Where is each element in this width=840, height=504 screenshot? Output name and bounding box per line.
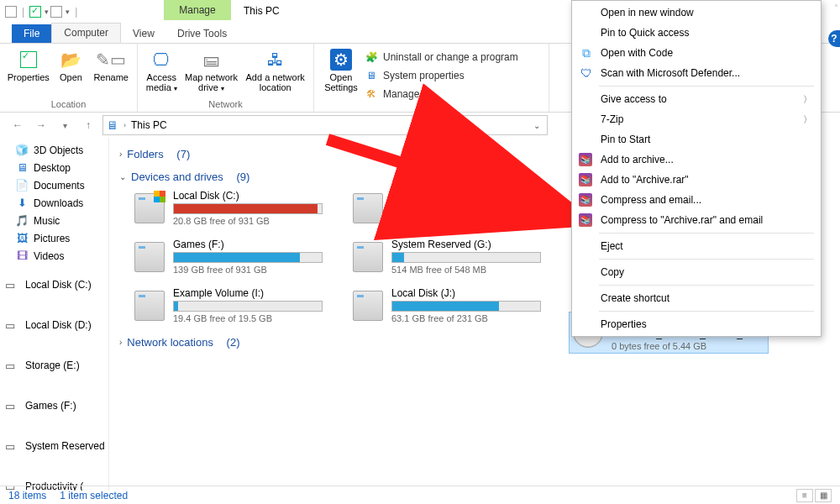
context-item-label: Open with Code <box>601 47 673 59</box>
drive-tile[interactable]: Example Volume (I:) 19.4 GB free of 19.5… <box>131 286 326 326</box>
drive-tile[interactable]: Games (F:) 139 GB free of 931 GB <box>131 237 326 277</box>
drive-free-text: 63.1 GB free of 231 GB <box>391 313 541 323</box>
tab-view[interactable]: View <box>121 24 166 43</box>
drive-tile[interactable]: Local Disk (J:) 63.1 GB free of 231 GB <box>349 286 544 326</box>
ribbon-add-netloc-button[interactable]: 🖧 Add a network location <box>242 47 308 92</box>
context-item-label: Copy <box>601 266 624 278</box>
sidebar-item[interactable]: ⬇Downloads <box>0 194 108 212</box>
sidebar-item[interactable]: 🧊3D Objects <box>0 141 108 159</box>
ribbon-properties-button[interactable]: Properties <box>5 47 52 82</box>
context-item-label: Scan with Microsoft Defender... <box>601 67 740 79</box>
drive-usage-bar <box>173 203 323 214</box>
context-item[interactable]: 🛡Scan with Microsoft Defender... <box>574 63 819 83</box>
sidebar-item[interactable]: 🎵Music <box>0 212 108 229</box>
context-item[interactable]: Properties <box>574 314 819 334</box>
sidebar-item[interactable]: 🖥Desktop <box>0 159 108 176</box>
ribbon-access-media-button[interactable]: 🖵 Access media ▾ <box>143 47 181 93</box>
help-icon[interactable]: ? <box>828 30 840 47</box>
sidebar-item[interactable]: ▭Games (F:) <box>0 386 109 426</box>
sidebar-item-label: Documents <box>34 180 85 192</box>
sidebar-item[interactable]: ▭Local Disk (D:) <box>0 305 109 345</box>
sidebar-item-label: Local Disk (C:) <box>25 279 92 291</box>
status-bar: 18 items 1 item selected ≡ ▦ <box>0 486 840 504</box>
address-dropdown-icon[interactable]: ⌄ <box>533 121 543 130</box>
tab-file[interactable]: File <box>12 24 51 43</box>
dvd-free-text: 0 bytes free of 5.44 GB <box>612 341 764 351</box>
tab-computer[interactable]: Computer <box>51 23 121 43</box>
sidebar-item[interactable]: 🎞Videos <box>0 247 108 265</box>
sidebar-item-icon: 📄 <box>15 179 29 192</box>
ribbon-group-location: Location <box>5 98 132 110</box>
drive-free-text: 19.4 GB free of 19.5 GB <box>173 313 323 323</box>
nav-up-icon[interactable]: ↑ <box>79 116 97 134</box>
context-item[interactable]: 📚Compress to "Archive.rar" and email <box>574 210 819 230</box>
sidebar-item-icon: 🧊 <box>15 144 29 156</box>
sidebar-item-icon: 🖥 <box>15 161 29 174</box>
context-item-label: Eject <box>601 240 623 252</box>
context-item[interactable]: Create shortcut <box>574 288 819 308</box>
status-selected: 1 item selected <box>60 490 128 501</box>
nav-history-icon[interactable]: ▾ <box>55 116 74 134</box>
ribbon-group-network: Network <box>143 98 308 110</box>
context-item[interactable]: Give access to〉 <box>574 89 819 109</box>
context-item[interactable]: 📚Compress and email... <box>574 190 819 210</box>
drive-usage-bar <box>391 203 541 214</box>
ribbon-uninstall-button[interactable]: 🧩Uninstall or change a program <box>365 49 518 66</box>
qat-newfolder-icon[interactable] <box>50 6 62 18</box>
address-bar[interactable]: 🖥 › This PC ⌄ <box>102 115 548 135</box>
context-item[interactable]: Open in new window <box>574 3 819 23</box>
ribbon-open-settings-button[interactable]: ⚙ Open Settings <box>319 47 363 92</box>
context-item-label: Compress to "Archive.rar" and email <box>601 214 763 226</box>
sidebar-item[interactable]: ▭System Reserved <box>0 426 109 466</box>
drive-title: Local Disk (J:) <box>391 287 541 299</box>
qat-properties-icon[interactable] <box>29 6 41 18</box>
context-item[interactable]: 📚Add to archive... <box>574 150 819 170</box>
view-details-icon[interactable]: ≡ <box>796 489 813 502</box>
qat-app-icon[interactable] <box>5 6 17 18</box>
context-separator <box>599 259 814 260</box>
sidebar-item-label: Downloads <box>34 197 83 209</box>
ribbon-manage-button[interactable]: 🛠Manage <box>365 86 518 102</box>
context-menu: Open in new windowPin to Quick access⧉Op… <box>571 0 822 337</box>
ribbon-open-button[interactable]: 📂 Open <box>54 47 89 82</box>
sidebar-item[interactable]: ▭Storage (E:) <box>0 345 109 386</box>
context-item-label: Pin to Quick access <box>601 27 689 39</box>
nav-forward-icon[interactable]: → <box>32 116 50 134</box>
sidebar-item-label: 3D Objects <box>34 144 83 156</box>
context-item[interactable]: 📚Add to "Archive.rar" <box>574 170 819 190</box>
sidebar-item[interactable]: ▭Local Disk (C:) <box>0 265 109 305</box>
drive-icon <box>134 291 165 321</box>
thispc-icon: 🖥 <box>107 118 118 132</box>
context-item-label: Pin to Start <box>601 134 650 145</box>
drive-icon <box>134 193 165 223</box>
tab-drive-tools[interactable]: Drive Tools <box>165 24 239 43</box>
ribbon-group-system: System <box>319 102 543 114</box>
drive-tile[interactable]: Local Disk (D:) 511 MB free of 511 MB <box>349 188 544 228</box>
view-icons-icon[interactable]: ▦ <box>815 489 832 502</box>
window-title: This PC <box>244 5 280 17</box>
context-item-label: Properties <box>601 318 647 330</box>
sidebar-item-label: Music <box>34 215 60 227</box>
sidebar-item-icon: ▭ <box>3 319 17 332</box>
drive-tile[interactable]: System Reserved (G:) 514 MB free of 548 … <box>349 237 544 277</box>
drive-tile[interactable]: Local Disk (C:) 20.8 GB free of 931 GB <box>131 188 326 228</box>
ribbon-map-drive-button[interactable]: 🖴 Map network drive ▾ <box>182 47 241 93</box>
context-item[interactable]: Pin to Quick access <box>574 23 819 43</box>
breadcrumb-root[interactable]: This PC <box>131 119 167 131</box>
ribbon-rename-button[interactable]: ✎▭ Rename <box>90 47 132 82</box>
drive-free-text: 20.8 GB free of 931 GB <box>173 216 323 226</box>
context-item-label: Add to "Archive.rar" <box>601 174 689 186</box>
sidebar-item[interactable]: 📄Documents <box>0 176 108 194</box>
drive-icon <box>353 242 383 272</box>
context-item[interactable]: ⧉Open with Code <box>574 43 819 63</box>
context-item[interactable]: Pin to Start <box>574 129 819 150</box>
manage-context-tab[interactable]: Manage <box>164 0 231 20</box>
context-item[interactable]: Eject <box>574 236 819 256</box>
ribbon-sysprops-button[interactable]: 🖥System properties <box>365 67 518 84</box>
nav-back-icon[interactable]: ← <box>8 116 27 134</box>
sidebar-item-label: System Reserved <box>25 440 105 452</box>
context-item[interactable]: 7-Zip〉 <box>574 109 819 129</box>
context-item[interactable]: Copy <box>574 262 819 282</box>
sidebar-item-icon: 🎞 <box>15 249 29 262</box>
sidebar-item[interactable]: 🖼Pictures <box>0 229 108 247</box>
